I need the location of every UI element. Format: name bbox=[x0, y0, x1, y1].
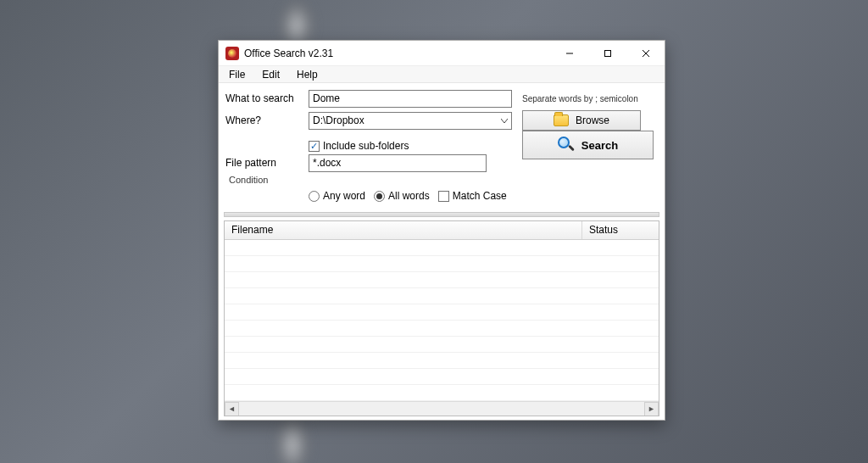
close-button[interactable] bbox=[626, 41, 665, 66]
app-icon bbox=[225, 47, 239, 60]
svg-rect-1 bbox=[604, 50, 610, 56]
all-words-label: All words bbox=[388, 190, 430, 202]
maximize-button[interactable] bbox=[588, 41, 626, 66]
where-value: D:\Dropbox bbox=[313, 114, 508, 126]
all-words-radio[interactable]: All words bbox=[374, 190, 430, 202]
app-window: Office Search v2.31 File Edit Help What … bbox=[218, 40, 665, 421]
column-status[interactable]: Status bbox=[582, 221, 659, 239]
minimize-button[interactable] bbox=[550, 41, 588, 66]
results-list: Filename Status ◄ ► bbox=[224, 220, 659, 416]
radio-icon bbox=[374, 191, 385, 202]
search-form: What to search Separate words by ; semic… bbox=[219, 83, 665, 209]
browse-button-label: Browse bbox=[576, 114, 609, 126]
any-word-label: Any word bbox=[323, 190, 365, 202]
match-case-checkbox[interactable]: Match Case bbox=[438, 190, 507, 202]
scroll-right-icon[interactable]: ► bbox=[644, 402, 659, 416]
window-title: Office Search v2.31 bbox=[244, 47, 333, 59]
search-button-label: Search bbox=[581, 139, 618, 152]
where-combobox[interactable]: D:\Dropbox bbox=[309, 112, 512, 130]
horizontal-scrollbar[interactable]: ◄ ► bbox=[225, 401, 659, 416]
file-pattern-input[interactable] bbox=[309, 154, 487, 172]
separator bbox=[224, 212, 659, 217]
what-to-search-input[interactable] bbox=[309, 90, 512, 108]
search-icon bbox=[558, 137, 575, 153]
menu-file[interactable]: File bbox=[222, 67, 252, 82]
checkbox-icon: ✓ bbox=[309, 141, 320, 152]
results-header: Filename Status bbox=[225, 221, 659, 240]
file-pattern-label: File pattern bbox=[225, 157, 309, 169]
condition-legend: Condition bbox=[225, 175, 271, 185]
include-subfolders-checkbox[interactable]: ✓ Include sub-folders bbox=[309, 140, 409, 152]
match-case-label: Match Case bbox=[453, 190, 507, 202]
checkbox-icon bbox=[438, 191, 449, 202]
include-subfolders-label: Include sub-folders bbox=[323, 140, 409, 152]
titlebar: Office Search v2.31 bbox=[219, 41, 665, 66]
menu-help[interactable]: Help bbox=[290, 67, 325, 82]
radio-icon bbox=[309, 191, 320, 202]
results-body[interactable] bbox=[225, 240, 659, 401]
scroll-left-icon[interactable]: ◄ bbox=[225, 402, 239, 416]
menubar: File Edit Help bbox=[219, 66, 665, 83]
folder-icon bbox=[554, 114, 569, 126]
what-to-search-label: What to search bbox=[225, 92, 309, 104]
where-label: Where? bbox=[225, 114, 309, 126]
separator-hint: Separate words by ; semicolon bbox=[522, 94, 638, 103]
browse-button[interactable]: Browse bbox=[522, 110, 641, 131]
menu-edit[interactable]: Edit bbox=[255, 67, 287, 82]
any-word-radio[interactable]: Any word bbox=[309, 190, 365, 202]
condition-group: Condition Any word All words Match Case bbox=[225, 175, 658, 205]
search-button[interactable]: Search bbox=[522, 131, 654, 159]
column-filename[interactable]: Filename bbox=[225, 221, 582, 239]
